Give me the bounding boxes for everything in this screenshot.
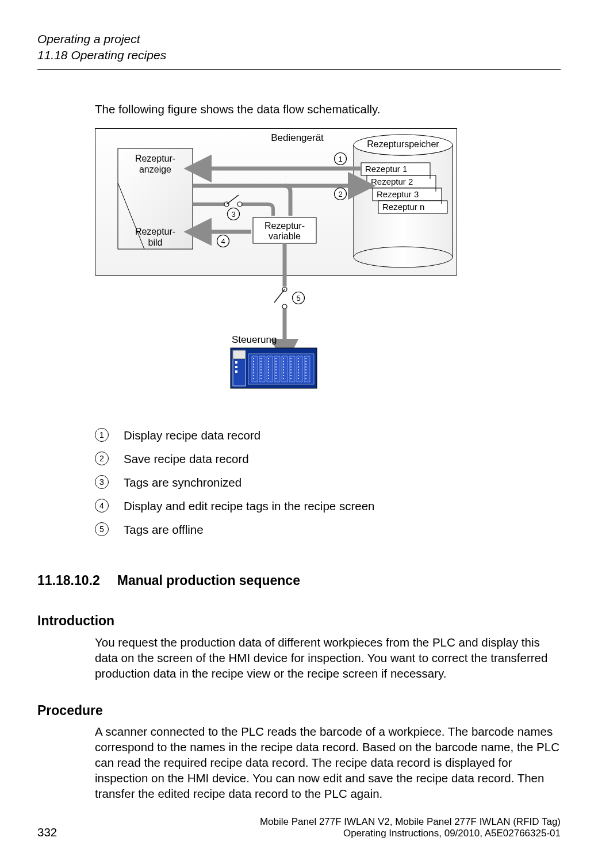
recipe-n-label: Rezeptur n (382, 202, 424, 212)
svg-rect-65 (268, 358, 269, 359)
svg-rect-95 (290, 375, 292, 376)
plc-icon (231, 348, 317, 388)
svg-rect-64 (260, 378, 262, 379)
running-header: Operating a project 11.18 Operating reci… (37, 32, 561, 63)
svg-rect-83 (283, 364, 284, 365)
svg-rect-111 (305, 375, 306, 376)
svg-rect-69 (268, 369, 269, 370)
svg-rect-47 (297, 356, 302, 382)
figure-intro-text: The following figure shows the data flow… (95, 101, 561, 117)
svg-rect-67 (268, 364, 269, 365)
recipe-3-label: Rezeptur 3 (377, 189, 419, 199)
display-box-line2: anzeige (139, 165, 171, 174)
svg-rect-59 (260, 364, 262, 365)
legend-number-4: 4 (95, 499, 109, 513)
svg-rect-100 (298, 366, 299, 368)
callout-3: 3 (231, 210, 235, 219)
legend-number-2: 2 (95, 452, 109, 465)
svg-rect-52 (253, 366, 254, 368)
svg-rect-112 (305, 378, 306, 379)
svg-rect-81 (283, 358, 284, 359)
svg-rect-77 (275, 369, 277, 370)
legend-row: 2 Save recipe data record (95, 451, 561, 466)
svg-rect-110 (305, 372, 306, 373)
legend-text-2: Save recipe data record (124, 451, 249, 466)
svg-rect-93 (290, 369, 292, 370)
svg-rect-80 (275, 378, 277, 379)
svg-rect-87 (283, 375, 284, 376)
plc-label: Steuerung (232, 334, 277, 345)
recipe-storage: Rezepturspeicher Rezeptur 1 Rezeptur 2 R… (354, 135, 453, 267)
legend-number-1: 1 (95, 428, 109, 442)
section-heading: 11.18.10.2 Manual production sequence (37, 572, 561, 589)
svg-rect-55 (253, 375, 254, 376)
svg-rect-71 (268, 375, 269, 376)
svg-rect-51 (253, 364, 254, 365)
svg-rect-98 (298, 361, 299, 362)
svg-rect-91 (290, 364, 292, 365)
svg-rect-66 (268, 361, 269, 362)
svg-rect-88 (283, 378, 284, 379)
legend-text-5: Tags are offline (124, 522, 204, 537)
svg-rect-38 (235, 366, 237, 368)
svg-rect-68 (268, 366, 269, 368)
running-header-section: 11.18 Operating recipes (37, 48, 561, 63)
svg-rect-54 (253, 372, 254, 373)
svg-rect-46 (289, 356, 295, 382)
procedure-heading: Procedure (37, 702, 561, 719)
figure-legend: 1 Display recipe data record 2 Save reci… (95, 427, 561, 537)
callout-2: 2 (338, 190, 342, 198)
svg-rect-86 (283, 372, 284, 373)
svg-rect-92 (290, 366, 292, 368)
svg-rect-39 (235, 370, 237, 373)
recipe-2-label: Rezeptur 2 (371, 177, 413, 186)
svg-rect-76 (275, 366, 277, 368)
callout-1: 1 (338, 155, 342, 163)
svg-rect-45 (282, 356, 288, 382)
procedure-body: A scanner connected to the PLC reads the… (95, 724, 561, 801)
callout-4: 4 (221, 237, 225, 246)
svg-rect-43 (267, 356, 273, 382)
introduction-heading: Introduction (37, 612, 561, 629)
svg-rect-50 (253, 361, 254, 362)
legend-number-3: 3 (95, 475, 109, 489)
svg-rect-58 (260, 361, 262, 362)
section-number: 11.18.10.2 (37, 572, 100, 589)
svg-rect-104 (298, 378, 299, 379)
svg-rect-96 (290, 378, 292, 379)
svg-rect-49 (253, 358, 254, 359)
svg-point-21 (237, 202, 242, 207)
svg-rect-84 (283, 366, 284, 368)
svg-point-31 (282, 304, 287, 309)
svg-rect-72 (268, 378, 269, 379)
svg-rect-85 (283, 369, 284, 370)
svg-rect-89 (290, 358, 292, 359)
svg-rect-79 (275, 375, 277, 376)
svg-rect-109 (305, 369, 306, 370)
svg-rect-94 (290, 372, 292, 373)
svg-rect-37 (235, 361, 237, 364)
svg-rect-97 (298, 358, 299, 359)
variable-box-line1: Rezeptur- (264, 221, 305, 231)
svg-rect-82 (283, 361, 284, 362)
callout-5: 5 (296, 294, 300, 303)
svg-rect-90 (290, 361, 292, 362)
legend-text-1: Display recipe data record (124, 427, 260, 443)
svg-rect-42 (259, 356, 265, 382)
legend-row: 4 Display and edit recipe tags in the re… (95, 498, 561, 514)
variable-box-line2: variable (269, 231, 301, 241)
svg-rect-108 (305, 366, 306, 368)
screen-box-line2: bild (148, 238, 163, 247)
svg-rect-106 (305, 361, 306, 362)
svg-rect-75 (275, 364, 277, 365)
legend-text-3: Tags are synchronized (124, 475, 241, 490)
svg-rect-62 (260, 372, 262, 373)
svg-line-30 (274, 289, 285, 303)
svg-rect-74 (275, 361, 277, 362)
svg-rect-44 (274, 356, 280, 382)
svg-rect-63 (260, 375, 262, 376)
introduction-body: You request the production data of diffe… (95, 634, 561, 681)
footer-docref-line: Operating Instructions, 09/2010, A5E0276… (260, 828, 561, 839)
svg-point-4 (354, 247, 453, 267)
svg-rect-107 (305, 364, 306, 365)
